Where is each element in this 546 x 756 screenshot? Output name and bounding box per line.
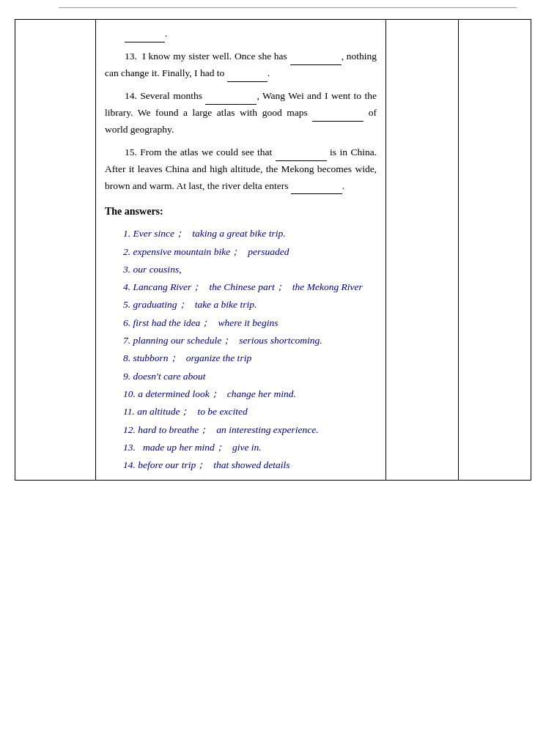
answer-14: 14. before our trip； that showed details — [123, 456, 377, 474]
answer-8: 8. stubborn； organize the trip — [123, 349, 377, 367]
para-14: 14. Several months , Wang Wei and I went… — [105, 88, 377, 138]
answer-7: 7. planning our schedule； serious shortc… — [123, 332, 377, 349]
blank-2 — [290, 55, 342, 65]
answer-5: 5. graduating； take a bike trip. — [123, 296, 377, 314]
answers-section: The answers: 1. Ever since； taking a gre… — [105, 203, 377, 474]
col-right2 — [459, 20, 531, 481]
answer-6: 6. first had the idea； where it begins — [123, 314, 377, 332]
blank-6 — [276, 151, 327, 161]
blank-7 — [291, 184, 342, 194]
blank-1 — [125, 32, 165, 42]
main-table: . 13. I know my sister well. Once she ha… — [15, 19, 531, 481]
para-15: 15. From the atlas we could see that is … — [105, 144, 377, 195]
answer-3: 3. our cousins, — [123, 261, 377, 278]
answer-2: 2. expensive mountain bike； persuaded — [123, 243, 377, 261]
answer-9: 9. doesn't care about — [123, 368, 377, 385]
answer-12: 12. hard to breathe； an interesting expe… — [123, 421, 377, 439]
answer-11: 11. an altitude； to be excited — [123, 403, 377, 420]
answers-title: The answers: — [105, 203, 377, 220]
content-text: . 13. I know my sister well. Once she ha… — [105, 26, 377, 474]
answer-4: 4. Lancang River； the Chinese part； the … — [123, 278, 377, 296]
blank-4 — [205, 94, 257, 105]
blank-5 — [312, 111, 364, 122]
page-container: . 13. I know my sister well. Once she ha… — [0, 0, 546, 756]
col-right1 — [386, 20, 459, 481]
answer-13: 13. made up her mind； give in. — [123, 439, 377, 456]
col-middle: . 13. I know my sister well. Once she ha… — [96, 20, 386, 481]
para-top: . — [105, 26, 377, 42]
blank-3 — [227, 72, 268, 82]
answer-10: 10. a determined look； change her mind. — [123, 385, 377, 403]
para-13: 13. I know my sister well. Once she has … — [105, 48, 377, 82]
answer-1: 1. Ever since； taking a great bike trip. — [123, 225, 377, 242]
top-line — [59, 7, 517, 8]
col-left — [15, 20, 96, 481]
